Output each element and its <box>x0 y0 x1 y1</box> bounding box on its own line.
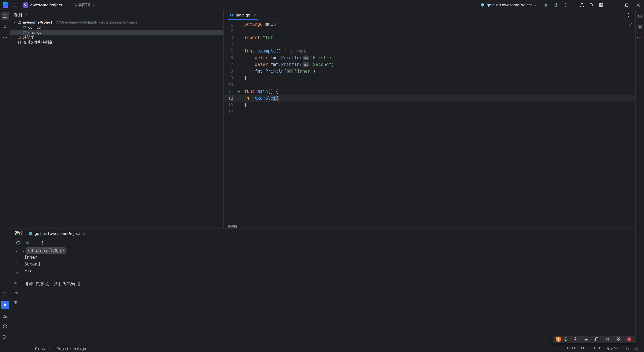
search-button[interactable] <box>588 1 596 9</box>
vcs-widget[interactable]: 版本控制 <box>71 1 98 9</box>
stop-button[interactable] <box>23 239 31 247</box>
right-tool-stripe: </> <box>635 10 644 345</box>
project-widget[interactable]: AP awesomeProject <box>20 1 70 9</box>
project-folder-icon <box>35 347 39 351</box>
layers-icon <box>637 24 642 29</box>
debug-button[interactable] <box>552 1 560 9</box>
services-button[interactable] <box>1 290 9 298</box>
clear-button[interactable] <box>12 299 20 307</box>
notifications-button[interactable] <box>632 345 641 352</box>
tree-item-外部库[interactable]: 外部库 <box>10 35 223 40</box>
keyboard-button[interactable] <box>582 335 590 343</box>
code-line-1[interactable]: 1package main <box>224 21 635 27</box>
scroll-end-button[interactable] <box>12 278 20 286</box>
editor-tab-main-go[interactable]: go main.go <box>226 10 260 20</box>
tree-item-path: C:\Users\meowr\GolandProjects\awesomePro… <box>56 20 137 24</box>
commit-button[interactable] <box>1 22 9 31</box>
git-branch-button[interactable] <box>1 333 9 341</box>
file-encoding[interactable]: UTF-8 <box>591 346 601 351</box>
chevron-down-icon[interactable] <box>13 20 16 24</box>
main-menu-button[interactable] <box>11 1 19 9</box>
tree-item-临时文件和控制台[interactable]: 临时文件和控制台 <box>10 40 223 45</box>
more-vertical-icon <box>40 240 45 245</box>
code-line-6[interactable]: 6 defer fmt.Println(a…"First") <box>224 54 635 61</box>
sogou-icon[interactable]: S <box>556 337 561 342</box>
more-vertical-button[interactable] <box>561 1 569 9</box>
code-line-10[interactable]: 10 <box>224 81 635 88</box>
code-line-11[interactable]: 11func main() { <box>224 88 635 95</box>
ime-language[interactable]: 英 <box>564 336 568 342</box>
more-horizontal-button[interactable] <box>1 33 9 41</box>
code-line-4[interactable]: 4 <box>224 41 635 48</box>
indent-style[interactable]: 制表符 <box>606 346 618 351</box>
tree-item-go.mod[interactable]: gogo.mod <box>10 24 223 30</box>
editor-options-button[interactable] <box>624 11 632 19</box>
tree-item-main.go[interactable]: gomain.go <box>10 30 223 35</box>
settings-button[interactable] <box>597 1 605 9</box>
chevron-right-icon[interactable] <box>13 35 16 39</box>
clipboard-button[interactable] <box>593 335 601 343</box>
run-tab[interactable]: go build awesomeProject <box>28 231 86 236</box>
code-line-9[interactable]: 9} <box>224 75 635 81</box>
code-line-13[interactable]: 13} <box>224 102 635 108</box>
usage-hint[interactable]: 1 个用法 <box>290 49 306 53</box>
line-separator[interactable]: LF <box>581 346 586 351</box>
up-button[interactable] <box>12 248 20 256</box>
notifications-button[interactable] <box>636 12 644 20</box>
console-line: First <box>22 268 635 274</box>
layers-button[interactable] <box>636 22 644 31</box>
rerun-button[interactable] <box>14 239 22 247</box>
close-button[interactable] <box>632 0 644 10</box>
run-config-widget[interactable]: go build awesomeProject <box>478 1 540 9</box>
folded-command[interactable]: <4 go 设置调用> <box>26 247 66 254</box>
history-button[interactable] <box>1 322 9 331</box>
console-line: Second <box>22 261 635 268</box>
code-line-7[interactable]: 7 defer fmt.Println(a…"Second") <box>224 61 635 68</box>
chevron-down-icon <box>534 3 537 6</box>
statusbar-widgets: 12:14LFUTF-8制表符 <box>566 345 641 352</box>
lock-button[interactable] <box>623 345 631 352</box>
grid-button[interactable] <box>614 335 622 343</box>
chevron-right-icon[interactable] <box>13 40 16 44</box>
down-button[interactable] <box>12 258 20 266</box>
project-panel-header[interactable]: 项目 <box>10 10 223 19</box>
statusbar-file[interactable]: main.go <box>73 347 86 351</box>
run-button[interactable] <box>542 1 550 9</box>
statusbar-project[interactable]: awesomeProject <box>41 347 68 351</box>
mic-button[interactable] <box>571 335 579 343</box>
cursor-position[interactable]: 12:14 <box>566 346 576 351</box>
breadcrumb-main[interactable]: main() <box>228 224 238 228</box>
code-line-3[interactable]: 3import "fmt" <box>224 34 635 41</box>
close-run-tab-button[interactable] <box>82 231 86 236</box>
console-fold-line[interactable]: <4 go 设置调用> <box>22 247 635 254</box>
line-number: 6 <box>224 54 233 61</box>
project-folder-button[interactable] <box>1 12 9 20</box>
maximize-icon <box>624 2 630 7</box>
close-tab-button[interactable] <box>252 13 257 17</box>
maximize-button[interactable] <box>621 0 632 10</box>
terminal-button[interactable] <box>1 312 9 320</box>
code-line-12[interactable]: 12 example() <box>224 95 635 102</box>
code-line-14[interactable]: 14 <box>224 108 635 115</box>
code-line-2[interactable]: 2 <box>224 27 635 34</box>
minimize-button[interactable] <box>610 0 621 10</box>
clear-icon <box>14 300 18 305</box>
inspections-ok-icon[interactable] <box>628 22 632 27</box>
pinwheel-button[interactable] <box>604 335 612 343</box>
more-vertical-button[interactable] <box>38 239 46 247</box>
editor-body[interactable]: 1package main23import "fmt"45func exampl… <box>224 20 635 223</box>
toolbox-button[interactable] <box>625 335 633 343</box>
console-output[interactable]: <4 go 设置调用>InnerSecondFirst 进程 已完成，退出代码为… <box>22 247 635 345</box>
run-tool-button[interactable] <box>1 301 9 309</box>
ai-code-button[interactable]: </> <box>636 33 644 41</box>
go-file-icon: go <box>22 25 27 29</box>
run-gutter-button[interactable] <box>236 89 241 93</box>
code-line-8[interactable]: 8 fmt.Println(a…"Inner") <box>224 68 635 75</box>
soft-wrap-button[interactable] <box>12 268 20 276</box>
code-line-5[interactable]: 5func example() { 1 个用法 <box>224 48 635 54</box>
code-area[interactable]: 1package main23import "fmt"45func exampl… <box>224 21 635 115</box>
print-button[interactable] <box>12 288 20 297</box>
intention-bulb-icon[interactable] <box>246 96 250 100</box>
user-button[interactable] <box>578 1 586 9</box>
tree-item-awesomeProject[interactable]: awesomeProjectC:\Users\meowr\GolandProje… <box>10 19 223 24</box>
